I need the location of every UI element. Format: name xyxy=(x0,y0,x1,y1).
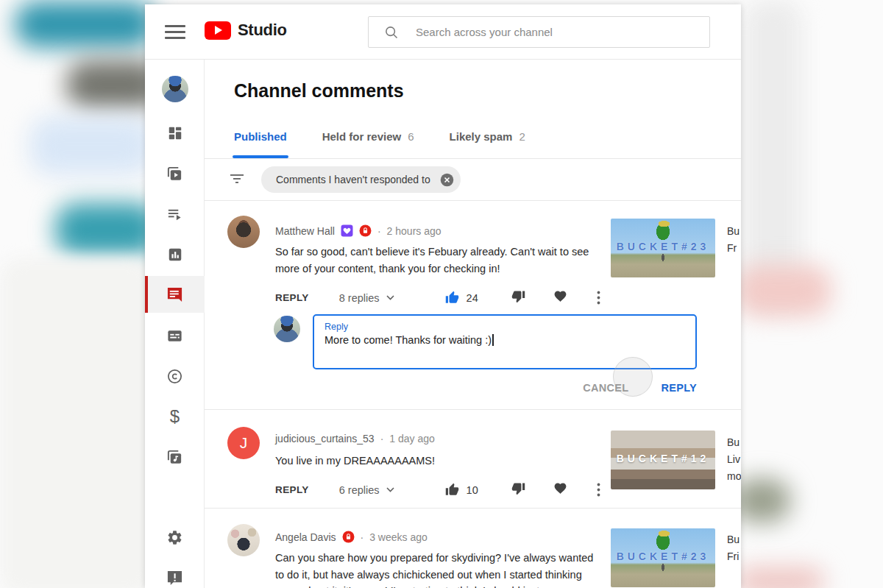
commenter-name[interactable]: judicious_curtains_53 xyxy=(275,433,375,444)
tab-likely-spam[interactable]: Likely spam 2 xyxy=(450,130,525,158)
tab-published[interactable]: Published xyxy=(234,130,287,158)
comment-header: Matthew Hall · 2 hours ago xyxy=(275,224,442,237)
replies-count: 8 replies xyxy=(339,292,380,304)
reply-input[interactable]: Reply More to come! Thanks for waiting :… xyxy=(313,314,697,369)
sidebar-item-playlists[interactable] xyxy=(145,196,205,233)
commenter-avatar[interactable] xyxy=(227,216,260,248)
dislike-button[interactable] xyxy=(511,481,525,498)
sidebar-item-channel-avatar[interactable] xyxy=(145,71,205,107)
youtube-studio-logo[interactable]: Studio xyxy=(205,21,287,40)
blur-blob xyxy=(0,258,155,588)
more-options-button[interactable] xyxy=(597,483,600,497)
sidebar-item-monetization[interactable]: $ xyxy=(145,398,205,435)
sidebar-item-comments[interactable] xyxy=(145,276,205,313)
filter-chip[interactable]: Comments I haven't responded to xyxy=(261,166,461,193)
separator: · xyxy=(377,225,381,237)
avatar-initial: J xyxy=(240,434,248,452)
thumbnail-text: BUCKET#23 xyxy=(611,241,715,252)
brand-text: Studio xyxy=(238,21,287,40)
search-input[interactable] xyxy=(416,26,659,38)
video-title-line: Bu xyxy=(727,223,740,240)
sidebar-item-audio-library[interactable] xyxy=(145,439,205,475)
cancel-button[interactable]: CANCEL xyxy=(583,382,628,394)
divider xyxy=(205,508,741,509)
commenter-name[interactable]: Angela Davis xyxy=(275,531,336,543)
video-thumbnail[interactable]: BUCKET#23 xyxy=(611,219,715,277)
main-content: Channel comments Published Held for revi… xyxy=(205,60,741,588)
comment-time: 1 day ago xyxy=(389,433,435,444)
youtube-play-icon xyxy=(205,21,231,40)
like-button[interactable]: 24 xyxy=(445,291,478,305)
comment-actions: REPLY 8 replies 24 xyxy=(275,289,600,306)
search-box[interactable] xyxy=(368,16,710,48)
separator: · xyxy=(380,433,384,444)
reply-input-label: Reply xyxy=(325,322,685,332)
reply-button[interactable]: REPLY xyxy=(275,292,309,303)
dislike-button[interactable] xyxy=(511,289,525,306)
thumb-down-icon xyxy=(511,481,525,495)
replies-toggle[interactable]: 6 replies xyxy=(339,484,395,496)
separator: · xyxy=(361,531,364,543)
commenter-avatar[interactable] xyxy=(227,524,260,556)
youtube-studio-window: Studio xyxy=(145,4,741,588)
sidebar-item-dashboard[interactable] xyxy=(145,115,205,152)
feedback-icon xyxy=(166,570,183,587)
top-bar: Studio xyxy=(145,4,741,60)
video-title-line: Bu xyxy=(727,531,740,548)
video-title-line: Fr xyxy=(727,240,737,257)
blur-blob xyxy=(736,567,824,588)
submit-reply-button[interactable]: REPLY xyxy=(661,382,697,394)
video-title-line: Liv xyxy=(727,451,740,468)
divider xyxy=(205,409,741,410)
comment-text: Can you share how you prepared for skydi… xyxy=(275,550,603,588)
heart-button[interactable] xyxy=(553,481,567,498)
tab-label: Likely spam xyxy=(450,130,513,148)
sidebar-item-subtitles[interactable] xyxy=(145,317,205,354)
thumb-down-icon xyxy=(511,289,525,303)
analytics-icon xyxy=(167,247,183,263)
replies-toggle[interactable]: 8 replies xyxy=(339,292,395,304)
like-count: 10 xyxy=(467,484,478,496)
tab-count: 6 xyxy=(408,130,414,148)
sidebar-item-settings[interactable] xyxy=(145,519,205,556)
filter-icon[interactable] xyxy=(229,172,245,185)
filter-chip-label: Comments I haven't responded to xyxy=(276,174,430,185)
sponsor-badge-icon xyxy=(359,224,372,237)
like-count: 24 xyxy=(467,292,478,304)
tab-label: Held for review xyxy=(322,130,402,148)
thumb-up-icon xyxy=(445,483,459,497)
sidebar-item-analytics[interactable] xyxy=(145,236,205,273)
blur-blob xyxy=(15,1,155,47)
copyright-icon xyxy=(166,368,183,385)
blur-blob xyxy=(743,0,802,309)
comment-time: 3 weeks ago xyxy=(369,531,428,543)
gear-icon xyxy=(166,529,183,546)
heart-button[interactable] xyxy=(553,289,567,306)
reply-button[interactable]: REPLY xyxy=(275,484,309,495)
sidebar-item-content[interactable] xyxy=(145,155,205,192)
sidebar-item-copyright[interactable] xyxy=(145,358,205,394)
video-thumbnail[interactable]: BUCKET#12 xyxy=(611,431,715,489)
commenter-name[interactable]: Matthew Hall xyxy=(275,225,335,237)
menu-icon[interactable] xyxy=(165,25,185,40)
thumb-up-icon xyxy=(445,291,459,305)
heart-icon xyxy=(553,289,567,303)
comments-icon xyxy=(166,286,183,303)
comment-text: So far so good, can't believe it's Febua… xyxy=(275,244,603,277)
like-button[interactable]: 10 xyxy=(445,483,478,497)
sidebar-item-send-feedback[interactable] xyxy=(145,559,205,588)
reply-input-value: More to come! Thanks for waiting :) xyxy=(325,334,685,346)
remove-filter-icon[interactable] xyxy=(439,172,455,188)
commenter-avatar[interactable]: J xyxy=(227,427,260,459)
comment-text: You live in my DREAAAAAAAMS! xyxy=(275,453,603,470)
sponsor-badge-icon xyxy=(342,531,355,543)
chevron-down-icon xyxy=(386,486,395,493)
tab-held-for-review[interactable]: Held for review 6 xyxy=(322,130,414,158)
kebab-menu-icon xyxy=(597,483,600,497)
tabs: Published Held for review 6 Likely spam … xyxy=(234,130,525,158)
more-options-button[interactable] xyxy=(597,291,600,305)
divider xyxy=(205,200,741,201)
member-heart-badge-icon xyxy=(341,224,353,237)
video-thumbnail[interactable]: BUCKET#23 xyxy=(611,528,715,587)
thumbnail-text: BUCKET#12 xyxy=(611,453,715,464)
